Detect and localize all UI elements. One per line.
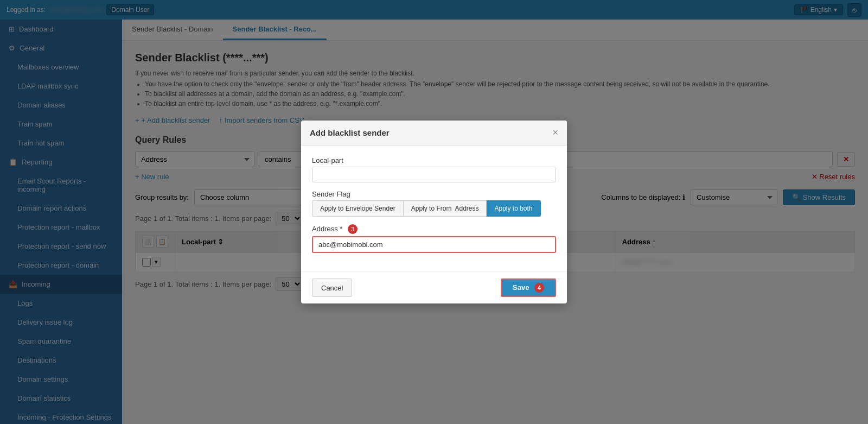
step4-badge: 4 — [534, 283, 544, 293]
sender-flag-label: Sender Flag — [312, 190, 556, 198]
local-part-group: Local-part — [312, 156, 556, 182]
flag-apply-both-button[interactable]: Apply to both — [487, 200, 540, 217]
address-group: Address * 3 — [312, 224, 556, 253]
modal-close-button[interactable]: × — [552, 127, 558, 138]
save-button[interactable]: Save 4 — [501, 279, 556, 297]
address-input[interactable] — [312, 236, 556, 253]
add-blacklist-modal: Add blacklist sender × Local-part Sender… — [301, 121, 567, 303]
modal-title: Add blacklist sender — [310, 128, 390, 137]
local-part-label: Local-part — [312, 156, 556, 164]
sender-flag-buttons: Apply to Envelope Sender Apply to From A… — [312, 200, 556, 217]
modal-footer: Cancel Save 4 — [301, 271, 567, 303]
address-label: Address * 3 — [312, 224, 556, 234]
flag-envelope-sender-button[interactable]: Apply to Envelope Sender — [312, 200, 404, 217]
flag-from-address-button[interactable]: Apply to From Address — [404, 200, 487, 217]
modal-header: Add blacklist sender × — [301, 121, 567, 145]
modal-body: Local-part Sender Flag Apply to Envelope… — [301, 145, 567, 271]
sender-flag-group: Sender Flag Apply to Envelope Sender App… — [312, 190, 556, 217]
cancel-button[interactable]: Cancel — [312, 279, 352, 297]
local-part-input[interactable] — [312, 167, 556, 182]
save-label: Save — [513, 283, 529, 292]
step3-badge: 3 — [348, 224, 358, 234]
modal-overlay[interactable]: Add blacklist sender × Local-part Sender… — [0, 0, 868, 424]
